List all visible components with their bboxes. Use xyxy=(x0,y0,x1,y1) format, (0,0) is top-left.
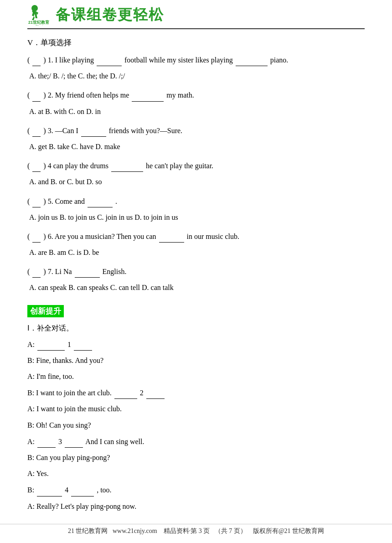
dialog-b3-text: Oh! Can you sing? xyxy=(36,421,91,429)
dialog-blank-1a xyxy=(37,338,65,351)
q4-blank1 xyxy=(111,159,143,172)
innovation-section: 创新提升 xyxy=(27,300,365,320)
dialog-blank-4-label: 4 xyxy=(65,486,68,494)
dialog-a2: A: I'm fine, too. xyxy=(27,370,365,383)
dialog-a3-text: I want to join the music club. xyxy=(36,405,122,413)
section-v-heading: V．单项选择 xyxy=(27,37,365,48)
question-7: ( ) 7. Li Na English. xyxy=(27,265,365,278)
q4-bracket-open: ( xyxy=(27,162,30,170)
footer-text3: （共 7 页） xyxy=(215,527,247,534)
innovation-badge: 创新提升 xyxy=(27,305,64,317)
question-4: ( ) 4 can play the drums he can't play t… xyxy=(27,159,365,172)
question-3: ( ) 3. —Can I friends with you?—Sure. xyxy=(27,124,365,137)
dialog-a5-text: Yes. xyxy=(36,470,48,477)
q2-blank1 xyxy=(132,88,164,101)
footer-text1: 21 世纪教育网 xyxy=(68,527,108,534)
question-2: ( ) 2. My friend often helps me my math. xyxy=(27,88,365,101)
dialog-b5-text-end: , too. xyxy=(97,486,111,494)
question-5: ( ) 5. Come and . xyxy=(27,195,365,207)
q6-blank1 xyxy=(159,230,184,243)
dialog-b2: B: I want to join the art club. 2 xyxy=(27,386,365,399)
q4-answer-blank[interactable] xyxy=(32,159,41,172)
dialog-a5: A: Yes. xyxy=(27,467,365,480)
dialog-speaker-b3: B: xyxy=(27,421,36,429)
header-title: 备课组卷更轻松 xyxy=(56,5,164,25)
dialog-b1-text: Fine, thanks. And you? xyxy=(36,357,103,364)
q5-text-end: . xyxy=(115,197,117,205)
dialog-speaker-b4: B: xyxy=(27,454,36,461)
q4-text-end: he can't play the guitar. xyxy=(146,162,213,170)
dialog-blank-2b xyxy=(146,386,165,399)
q1-answer-blank[interactable] xyxy=(32,53,41,66)
q5-blank1 xyxy=(88,195,113,207)
dialog-speaker-a1: A: xyxy=(27,341,36,348)
runner-logo-icon: 21世纪教育 www.21cnjy.com xyxy=(27,5,51,26)
dialog-speaker-a2: A: xyxy=(27,372,36,380)
q1-bracket-close: ) 1. I like playing xyxy=(43,56,94,64)
q1-text-end: piano. xyxy=(270,56,289,64)
svg-text:www.21cnjy.com: www.21cnjy.com xyxy=(27,25,51,26)
dialog-a4: A: 3 And I can sing well. xyxy=(27,435,365,448)
dialog-blank-3a xyxy=(37,435,56,448)
q4-bracket-close: ) 4 can play the drums xyxy=(43,162,108,170)
q7-bracket-open: ( xyxy=(27,268,30,275)
question-1: ( ) 1. I like playing football while my … xyxy=(27,53,365,66)
footer: 21 世纪教育网 www.21cnjy.com 精品资料·第 3 页 （共 7 … xyxy=(0,524,392,535)
dialog-speaker-a3: A: xyxy=(27,405,36,413)
dialog-speaker-b5: B: xyxy=(27,486,36,494)
dialog-speaker-b1: B: xyxy=(27,357,36,364)
dialog-a6: A: Really? Let's play ping-pong now. xyxy=(27,500,365,512)
dialog-blank-2a xyxy=(114,386,137,399)
svg-point-1 xyxy=(33,5,36,9)
q5-options: A. join us B. to join us C. join in us D… xyxy=(27,211,365,223)
q3-options: A. get B. take C. have D. make xyxy=(27,140,365,153)
dialog-b4: B: Can you play ping-pong? xyxy=(27,451,365,464)
q3-blank1 xyxy=(81,124,106,137)
dialog-b1: B: Fine, thanks. And you? xyxy=(27,354,365,367)
dialog-blank-1-label: 1 xyxy=(67,341,71,348)
q7-blank1 xyxy=(75,265,100,278)
q6-bracket-open: ( xyxy=(27,233,30,240)
dialog-speaker-a4: A: xyxy=(27,438,36,445)
q3-answer-blank[interactable] xyxy=(32,124,41,137)
q2-bracket-open: ( xyxy=(27,91,30,99)
q7-bracket-close: ) 7. Li Na xyxy=(43,268,72,275)
page-container: 21世纪教育 www.21cnjy.com 备课组卷更轻松 V．单项选择 ( )… xyxy=(0,0,392,543)
dialog-a1: A: 1 xyxy=(27,338,365,351)
q6-options: A. are B. am C. is D. be xyxy=(27,246,365,259)
footer-text4: 版权所有@21 世纪教育网 xyxy=(253,527,324,534)
q1-bracket-open: ( xyxy=(27,56,30,64)
section-i-heading: Ⅰ．补全对话。 xyxy=(27,324,365,333)
dialog-a4-text: And I can sing well. xyxy=(85,438,144,445)
q6-text-end: in our music club. xyxy=(187,233,240,240)
dialog-b4-text: Can you play ping-pong? xyxy=(36,454,110,461)
q7-text-end: English. xyxy=(103,268,127,275)
q2-answer-blank[interactable] xyxy=(32,88,41,101)
dialog-blank-3b xyxy=(65,435,83,448)
q7-answer-blank[interactable] xyxy=(32,265,41,278)
dialog-blank-4b xyxy=(71,483,94,496)
logo-area: 21世纪教育 www.21cnjy.com xyxy=(27,5,51,26)
q2-text-end: my math. xyxy=(166,91,194,99)
q6-bracket-close: ) 6. Are you a musician? Then you can xyxy=(43,233,156,240)
q1-blank1 xyxy=(97,53,122,66)
dialog-a6-text: Really? Let's play ping-pong now. xyxy=(36,502,136,510)
q5-answer-blank[interactable] xyxy=(32,195,41,207)
q3-bracket-open: ( xyxy=(27,127,30,134)
q4-options: A. and B. or C. but D. so xyxy=(27,176,365,188)
dialog-speaker-b2: B: I want to join the art club. xyxy=(27,389,113,397)
dialog-blank-1b xyxy=(74,338,92,351)
q7-options: A. can speak B. can speaks C. can tell D… xyxy=(27,281,365,294)
dialog-b3: B: Oh! Can you sing? xyxy=(27,419,365,431)
q2-bracket-close: ) 2. My friend often helps me xyxy=(43,91,129,99)
question-6: ( ) 6. Are you a musician? Then you can … xyxy=(27,230,365,243)
svg-text:21世纪教育: 21世纪教育 xyxy=(28,20,50,25)
dialog-blank-2-label: 2 xyxy=(140,389,144,397)
q3-bracket-close: ) 3. —Can I xyxy=(43,127,78,134)
q1-blank2 xyxy=(236,53,268,66)
q6-answer-blank[interactable] xyxy=(32,230,41,243)
footer-text2: 精品资料·第 3 页 xyxy=(164,527,210,534)
dialog-speaker-a5: A: xyxy=(27,470,36,477)
dialog-blank-3-label: 3 xyxy=(58,438,62,445)
q3-text-end: friends with you?—Sure. xyxy=(109,127,182,134)
